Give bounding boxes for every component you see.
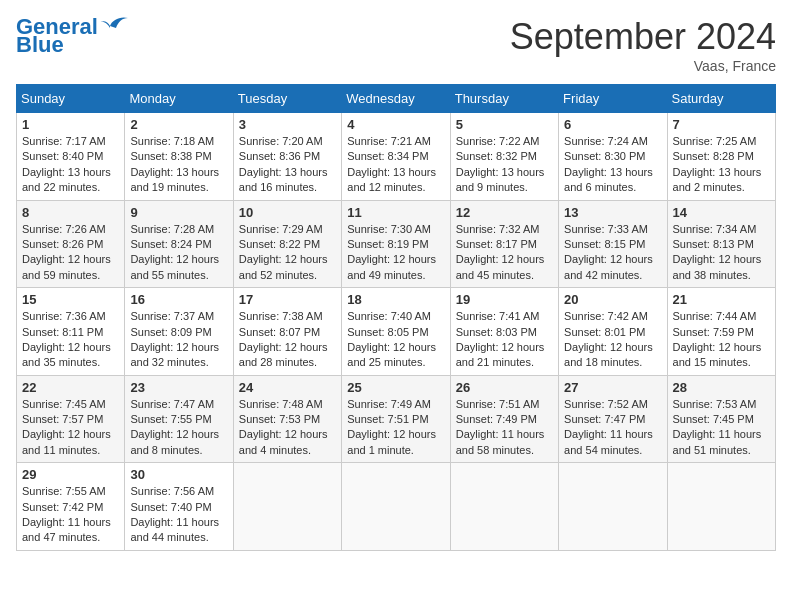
day-info: Sunrise: 7:42 AMSunset: 8:01 PMDaylight:… — [564, 309, 661, 371]
calendar-day-cell: 24Sunrise: 7:48 AMSunset: 7:53 PMDayligh… — [233, 375, 341, 463]
calendar-header-row: Sunday Monday Tuesday Wednesday Thursday… — [17, 85, 776, 113]
day-number: 3 — [239, 117, 336, 132]
day-number: 11 — [347, 205, 444, 220]
calendar-day-cell: 19Sunrise: 7:41 AMSunset: 8:03 PMDayligh… — [450, 288, 558, 376]
day-number: 15 — [22, 292, 119, 307]
calendar-week-row: 15Sunrise: 7:36 AMSunset: 8:11 PMDayligh… — [17, 288, 776, 376]
day-info: Sunrise: 7:20 AMSunset: 8:36 PMDaylight:… — [239, 134, 336, 196]
calendar-day-cell: 18Sunrise: 7:40 AMSunset: 8:05 PMDayligh… — [342, 288, 450, 376]
logo-blue-text: Blue — [16, 34, 64, 56]
calendar-day-cell: 12Sunrise: 7:32 AMSunset: 8:17 PMDayligh… — [450, 200, 558, 288]
day-number: 7 — [673, 117, 770, 132]
calendar-day-cell: 21Sunrise: 7:44 AMSunset: 7:59 PMDayligh… — [667, 288, 775, 376]
day-number: 29 — [22, 467, 119, 482]
day-info: Sunrise: 7:55 AMSunset: 7:42 PMDaylight:… — [22, 484, 119, 546]
calendar-week-row: 8Sunrise: 7:26 AMSunset: 8:26 PMDaylight… — [17, 200, 776, 288]
day-info: Sunrise: 7:29 AMSunset: 8:22 PMDaylight:… — [239, 222, 336, 284]
calendar-day-cell: 17Sunrise: 7:38 AMSunset: 8:07 PMDayligh… — [233, 288, 341, 376]
day-info: Sunrise: 7:53 AMSunset: 7:45 PMDaylight:… — [673, 397, 770, 459]
day-info: Sunrise: 7:26 AMSunset: 8:26 PMDaylight:… — [22, 222, 119, 284]
day-info: Sunrise: 7:32 AMSunset: 8:17 PMDaylight:… — [456, 222, 553, 284]
col-wednesday: Wednesday — [342, 85, 450, 113]
calendar-day-cell: 23Sunrise: 7:47 AMSunset: 7:55 PMDayligh… — [125, 375, 233, 463]
day-info: Sunrise: 7:22 AMSunset: 8:32 PMDaylight:… — [456, 134, 553, 196]
empty-cell — [450, 463, 558, 551]
calendar-day-cell: 9Sunrise: 7:28 AMSunset: 8:24 PMDaylight… — [125, 200, 233, 288]
empty-cell — [233, 463, 341, 551]
day-info: Sunrise: 7:17 AMSunset: 8:40 PMDaylight:… — [22, 134, 119, 196]
calendar-day-cell: 11Sunrise: 7:30 AMSunset: 8:19 PMDayligh… — [342, 200, 450, 288]
day-number: 30 — [130, 467, 227, 482]
day-info: Sunrise: 7:44 AMSunset: 7:59 PMDaylight:… — [673, 309, 770, 371]
calendar-day-cell: 5Sunrise: 7:22 AMSunset: 8:32 PMDaylight… — [450, 113, 558, 201]
day-number: 18 — [347, 292, 444, 307]
day-number: 8 — [22, 205, 119, 220]
col-tuesday: Tuesday — [233, 85, 341, 113]
col-saturday: Saturday — [667, 85, 775, 113]
col-monday: Monday — [125, 85, 233, 113]
day-number: 27 — [564, 380, 661, 395]
calendar-day-cell: 16Sunrise: 7:37 AMSunset: 8:09 PMDayligh… — [125, 288, 233, 376]
day-number: 2 — [130, 117, 227, 132]
day-number: 22 — [22, 380, 119, 395]
calendar-day-cell: 25Sunrise: 7:49 AMSunset: 7:51 PMDayligh… — [342, 375, 450, 463]
title-area: September 2024 Vaas, France — [510, 16, 776, 74]
month-title: September 2024 — [510, 16, 776, 58]
empty-cell — [667, 463, 775, 551]
calendar-day-cell: 6Sunrise: 7:24 AMSunset: 8:30 PMDaylight… — [559, 113, 667, 201]
day-info: Sunrise: 7:18 AMSunset: 8:38 PMDaylight:… — [130, 134, 227, 196]
day-info: Sunrise: 7:52 AMSunset: 7:47 PMDaylight:… — [564, 397, 661, 459]
calendar-day-cell: 4Sunrise: 7:21 AMSunset: 8:34 PMDaylight… — [342, 113, 450, 201]
day-number: 1 — [22, 117, 119, 132]
calendar-week-row: 22Sunrise: 7:45 AMSunset: 7:57 PMDayligh… — [17, 375, 776, 463]
day-info: Sunrise: 7:49 AMSunset: 7:51 PMDaylight:… — [347, 397, 444, 459]
calendar-day-cell: 2Sunrise: 7:18 AMSunset: 8:38 PMDaylight… — [125, 113, 233, 201]
day-info: Sunrise: 7:25 AMSunset: 8:28 PMDaylight:… — [673, 134, 770, 196]
day-number: 28 — [673, 380, 770, 395]
calendar-day-cell: 22Sunrise: 7:45 AMSunset: 7:57 PMDayligh… — [17, 375, 125, 463]
calendar-week-row: 1Sunrise: 7:17 AMSunset: 8:40 PMDaylight… — [17, 113, 776, 201]
calendar-day-cell: 15Sunrise: 7:36 AMSunset: 8:11 PMDayligh… — [17, 288, 125, 376]
col-thursday: Thursday — [450, 85, 558, 113]
day-number: 10 — [239, 205, 336, 220]
day-number: 5 — [456, 117, 553, 132]
day-info: Sunrise: 7:56 AMSunset: 7:40 PMDaylight:… — [130, 484, 227, 546]
col-friday: Friday — [559, 85, 667, 113]
day-number: 23 — [130, 380, 227, 395]
day-number: 13 — [564, 205, 661, 220]
calendar-day-cell: 8Sunrise: 7:26 AMSunset: 8:26 PMDaylight… — [17, 200, 125, 288]
empty-cell — [342, 463, 450, 551]
day-number: 4 — [347, 117, 444, 132]
day-info: Sunrise: 7:45 AMSunset: 7:57 PMDaylight:… — [22, 397, 119, 459]
calendar-day-cell: 10Sunrise: 7:29 AMSunset: 8:22 PMDayligh… — [233, 200, 341, 288]
day-info: Sunrise: 7:30 AMSunset: 8:19 PMDaylight:… — [347, 222, 444, 284]
day-info: Sunrise: 7:36 AMSunset: 8:11 PMDaylight:… — [22, 309, 119, 371]
day-number: 24 — [239, 380, 336, 395]
location: Vaas, France — [510, 58, 776, 74]
day-number: 14 — [673, 205, 770, 220]
day-number: 6 — [564, 117, 661, 132]
calendar-day-cell: 27Sunrise: 7:52 AMSunset: 7:47 PMDayligh… — [559, 375, 667, 463]
day-number: 12 — [456, 205, 553, 220]
day-number: 16 — [130, 292, 227, 307]
calendar-week-row: 29Sunrise: 7:55 AMSunset: 7:42 PMDayligh… — [17, 463, 776, 551]
page-header: General Blue September 2024 Vaas, France — [16, 16, 776, 74]
day-info: Sunrise: 7:34 AMSunset: 8:13 PMDaylight:… — [673, 222, 770, 284]
day-info: Sunrise: 7:48 AMSunset: 7:53 PMDaylight:… — [239, 397, 336, 459]
day-info: Sunrise: 7:21 AMSunset: 8:34 PMDaylight:… — [347, 134, 444, 196]
day-info: Sunrise: 7:47 AMSunset: 7:55 PMDaylight:… — [130, 397, 227, 459]
calendar-day-cell: 3Sunrise: 7:20 AMSunset: 8:36 PMDaylight… — [233, 113, 341, 201]
day-number: 26 — [456, 380, 553, 395]
calendar-day-cell: 28Sunrise: 7:53 AMSunset: 7:45 PMDayligh… — [667, 375, 775, 463]
day-info: Sunrise: 7:24 AMSunset: 8:30 PMDaylight:… — [564, 134, 661, 196]
day-number: 19 — [456, 292, 553, 307]
logo: General Blue — [16, 16, 128, 56]
calendar-day-cell: 30Sunrise: 7:56 AMSunset: 7:40 PMDayligh… — [125, 463, 233, 551]
day-number: 17 — [239, 292, 336, 307]
day-info: Sunrise: 7:41 AMSunset: 8:03 PMDaylight:… — [456, 309, 553, 371]
calendar-table: Sunday Monday Tuesday Wednesday Thursday… — [16, 84, 776, 551]
calendar-day-cell: 14Sunrise: 7:34 AMSunset: 8:13 PMDayligh… — [667, 200, 775, 288]
calendar-day-cell: 20Sunrise: 7:42 AMSunset: 8:01 PMDayligh… — [559, 288, 667, 376]
calendar-day-cell: 26Sunrise: 7:51 AMSunset: 7:49 PMDayligh… — [450, 375, 558, 463]
calendar-day-cell: 29Sunrise: 7:55 AMSunset: 7:42 PMDayligh… — [17, 463, 125, 551]
